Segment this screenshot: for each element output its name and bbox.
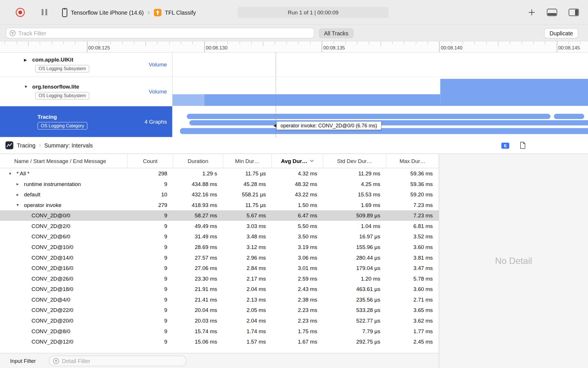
track-row-uikit[interactable]: ▶ com.apple.UIKit OS Logging Subsystem V… bbox=[0, 53, 588, 77]
ruler-tick bbox=[345, 41, 346, 44]
table-row[interactable]: ▸runtime instrumentation9434.88 ms45.28 … bbox=[0, 179, 439, 189]
breadcrumb-page[interactable]: Summary: Intervals bbox=[44, 142, 93, 148]
column-header-name[interactable]: Name / Start Message / End Message bbox=[0, 154, 127, 168]
table-row[interactable]: CONV_2D@22/0920.04 ms2.05 ms2.23 ms533.2… bbox=[0, 305, 439, 316]
ruler-tick bbox=[463, 41, 463, 44]
table-row[interactable]: CONV_2D@20/0920.03 ms2.04 ms2.23 ms522.7… bbox=[0, 315, 439, 326]
expanded-detail-button[interactable]: E bbox=[501, 143, 509, 149]
row-value: 155.96 µs bbox=[323, 244, 386, 250]
input-filter-label[interactable]: Input Filter bbox=[10, 358, 36, 364]
table-row[interactable]: ▾* All *2981.29 s11.75 µs4.32 ms11.29 ms… bbox=[0, 168, 439, 179]
row-value: 9 bbox=[127, 318, 173, 324]
detail-filter-input[interactable] bbox=[62, 358, 182, 364]
tracing-graph[interactable]: operator invoke: CONV_2D@0/0 (6.76 ms) bbox=[173, 106, 588, 137]
table-row[interactable]: CONV_2D@14/0927.57 ms2.96 ms3.06 ms280.4… bbox=[0, 252, 439, 263]
ruler-tick bbox=[275, 41, 275, 44]
track-row-tracing[interactable]: Tracing OS Logging Category 4 Graphs ope… bbox=[0, 106, 588, 137]
volume-graph[interactable] bbox=[173, 77, 588, 106]
volume-graph-segment bbox=[173, 94, 204, 106]
ruler-tick bbox=[122, 41, 122, 44]
ruler-label: 00:08.140 bbox=[441, 45, 463, 51]
interval-bar[interactable] bbox=[554, 114, 584, 119]
pause-button[interactable] bbox=[42, 9, 47, 15]
ruler-tick bbox=[169, 41, 169, 44]
table-row[interactable]: CONV_2D@18/0921.91 ms2.04 ms2.43 ms463.6… bbox=[0, 284, 439, 294]
chevron-down-icon[interactable]: ▾ bbox=[16, 202, 24, 208]
ruler-tick bbox=[404, 41, 404, 44]
table-row[interactable]: ▸default10432.16 ms558.21 µs43.22 ms15.5… bbox=[0, 189, 439, 200]
row-value: 1.29 s bbox=[173, 170, 223, 177]
table-row[interactable]: CONV_2D@12/0915.06 ms1.57 ms1.67 ms292.7… bbox=[0, 336, 439, 347]
ruler-label: 00:08.145 bbox=[558, 45, 580, 51]
row-value: 2.84 ms bbox=[223, 265, 272, 271]
row-value: 2.23 ms bbox=[272, 307, 323, 313]
duplicate-button[interactable]: Duplicate bbox=[544, 28, 578, 38]
chevron-right-icon[interactable]: ▸ bbox=[16, 181, 24, 187]
add-instrument-button[interactable] bbox=[528, 9, 535, 16]
run-status[interactable]: Run 1 of 1 | 00:00:09 bbox=[238, 7, 388, 18]
target-selector[interactable]: Tensorflow Lite iPhone (14.6) › TFL Clas… bbox=[62, 0, 196, 25]
track-row-tensorflow[interactable]: ▼ org.tensorflow.lite OS Logging Subsyst… bbox=[0, 77, 588, 106]
ruler-tick bbox=[357, 41, 357, 44]
track-name: Tracing bbox=[38, 114, 57, 120]
table-row[interactable]: CONV_2D@2/0949.49 ms3.03 ms5.50 ms1.04 m… bbox=[0, 221, 439, 231]
row-value: 3.47 ms bbox=[386, 265, 439, 271]
table-row[interactable]: ▾operator invoke279418.93 ms11.75 µs1.50… bbox=[0, 200, 439, 210]
chevron-down-icon[interactable]: ▾ bbox=[9, 171, 16, 176]
record-button[interactable] bbox=[16, 8, 25, 17]
interval-bar[interactable] bbox=[187, 114, 551, 119]
device-name[interactable]: Tensorflow Lite iPhone (14.6) bbox=[71, 9, 144, 16]
document-icon[interactable] bbox=[520, 141, 526, 149]
detail-filter-field[interactable] bbox=[49, 356, 186, 366]
row-value: 20.04 ms bbox=[173, 307, 223, 313]
track-filter-field[interactable] bbox=[6, 28, 314, 39]
ruler-tick bbox=[298, 41, 299, 44]
uikit-graph[interactable] bbox=[173, 53, 588, 77]
column-header-duration[interactable]: Duration bbox=[173, 154, 223, 168]
breadcrumb-instrument[interactable]: Tracing bbox=[17, 142, 36, 148]
ruler-tick bbox=[451, 41, 451, 44]
column-header-min[interactable]: Min Dur… bbox=[223, 154, 272, 168]
no-detail-text: No Detail bbox=[495, 256, 532, 266]
ruler-tick bbox=[568, 41, 569, 44]
disclosure-expanded-icon[interactable]: ▼ bbox=[24, 85, 32, 89]
track-header-tracing[interactable]: Tracing OS Logging Category 4 Graphs bbox=[0, 106, 173, 137]
disclosure-collapsed-icon[interactable]: ▶ bbox=[24, 57, 32, 62]
track-filter-input[interactable] bbox=[18, 30, 311, 36]
summary-table-header: Name / Start Message / End Message Count… bbox=[0, 154, 439, 168]
row-value: 3.01 ms bbox=[272, 265, 323, 271]
column-header-count[interactable]: Count bbox=[127, 154, 173, 168]
row-value: 9 bbox=[127, 276, 173, 282]
table-row[interactable]: CONV_2D@4/0921.41 ms2.13 ms2.38 ms235.56… bbox=[0, 294, 439, 305]
row-value: 2.96 ms bbox=[223, 255, 272, 261]
table-row[interactable]: CONV_2D@6/0931.49 ms3.48 ms3.50 ms16.97 … bbox=[0, 231, 439, 242]
app-name[interactable]: TFL Classify bbox=[165, 9, 196, 16]
ruler-tick bbox=[545, 41, 545, 44]
right-panel-toggle[interactable] bbox=[568, 9, 579, 16]
table-row[interactable]: CONV_2D@16/0927.06 ms2.84 ms3.01 ms179.0… bbox=[0, 263, 439, 273]
all-tracks-button[interactable]: All Tracks bbox=[319, 28, 353, 38]
timeline-ruler[interactable]: 00:08.12500:08.13000:08.13500:08.14000:0… bbox=[0, 41, 588, 53]
column-header-stddev[interactable]: Std Dev Dur… bbox=[323, 154, 386, 168]
row-label: default bbox=[24, 191, 40, 198]
row-value: 1.04 ms bbox=[323, 223, 386, 229]
row-value: 11.75 µs bbox=[223, 170, 272, 177]
table-row[interactable]: CONV_2D@0/0958.27 ms5.67 ms6.47 ms509.89… bbox=[0, 210, 439, 221]
interval-bar[interactable] bbox=[189, 120, 588, 125]
chevron-right-icon[interactable]: ▸ bbox=[16, 192, 24, 197]
summary-table: Name / Start Message / End Message Count… bbox=[0, 154, 439, 353]
row-label: CONV_2D@12/0 bbox=[32, 339, 74, 345]
table-row[interactable]: CONV_2D@26/0923.30 ms2.17 ms2.59 ms1.20 … bbox=[0, 273, 439, 284]
row-value: 5.78 ms bbox=[386, 276, 439, 282]
column-header-max[interactable]: Max Dur… bbox=[386, 154, 439, 168]
track-header-tensorflow[interactable]: ▼ org.tensorflow.lite OS Logging Subsyst… bbox=[0, 77, 173, 106]
track-header-uikit[interactable]: ▶ com.apple.UIKit OS Logging Subsystem V… bbox=[0, 53, 173, 77]
row-value: 280.44 µs bbox=[323, 255, 386, 261]
ruler-tick bbox=[216, 41, 216, 44]
interval-bar[interactable] bbox=[180, 128, 588, 134]
tooltip-text: operator invoke: CONV_2D@0/0 (6.76 ms) bbox=[281, 123, 377, 129]
column-header-avg[interactable]: Avg Dur… bbox=[272, 154, 323, 168]
table-row[interactable]: CONV_2D@8/0915.74 ms1.74 ms1.75 ms7.79 µ… bbox=[0, 326, 439, 337]
bottom-panel-toggle[interactable] bbox=[547, 9, 557, 16]
table-row[interactable]: CONV_2D@10/0928.69 ms3.12 ms3.19 ms155.9… bbox=[0, 242, 439, 252]
